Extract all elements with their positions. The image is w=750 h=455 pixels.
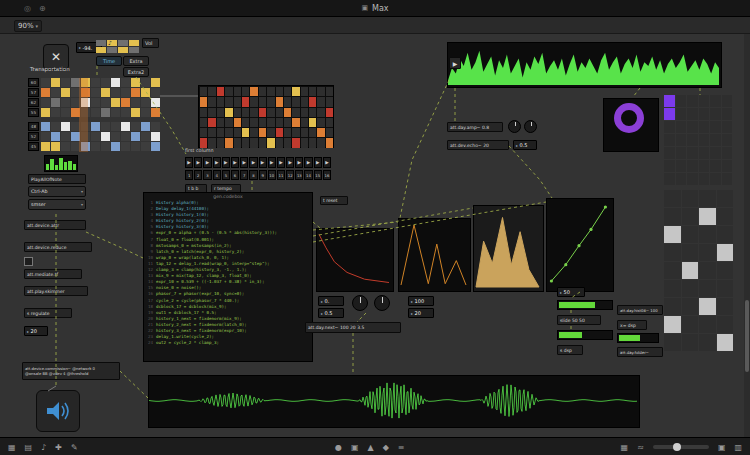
cell[interactable]: 7 — [240, 170, 248, 180]
cell[interactable] — [200, 87, 207, 96]
cell[interactable]: ▶ — [222, 157, 230, 168]
cell[interactable] — [276, 128, 283, 137]
cell[interactable] — [101, 142, 110, 151]
cell[interactable] — [699, 226, 716, 243]
cell[interactable] — [710, 134, 721, 146]
cell[interactable] — [141, 142, 150, 151]
cell[interactable] — [722, 173, 733, 185]
bar[interactable] — [59, 158, 62, 170]
dial-c[interactable] — [352, 295, 368, 311]
cell[interactable] — [101, 108, 110, 117]
cell[interactable] — [225, 128, 232, 137]
cell[interactable] — [121, 78, 130, 87]
cell[interactable] — [101, 78, 110, 87]
cell[interactable] — [722, 108, 733, 120]
cell[interactable] — [121, 122, 130, 131]
cell[interactable] — [301, 118, 308, 127]
cell[interactable] — [151, 98, 160, 107]
cell[interactable] — [250, 97, 257, 106]
gutter-number[interactable]: 62 — [28, 98, 39, 107]
cell[interactable] — [699, 121, 710, 133]
wave-play-button[interactable]: ▶ — [449, 57, 461, 69]
cell[interactable] — [284, 128, 291, 137]
cell[interactable] — [292, 87, 299, 96]
cell[interactable] — [717, 226, 734, 243]
option-row[interactable]: 12345678910111213141516 — [185, 170, 331, 180]
cell[interactable] — [664, 173, 675, 185]
cell[interactable] — [217, 118, 224, 127]
cell[interactable] — [131, 108, 140, 117]
cell[interactable] — [131, 142, 140, 151]
xdsp-object[interactable]: x= dsp — [617, 320, 647, 330]
cell[interactable] — [676, 121, 687, 133]
cell[interactable] — [51, 98, 60, 107]
cell[interactable]: 13 — [295, 170, 303, 180]
audio-icon[interactable]: ♪ — [41, 443, 46, 452]
cell[interactable] — [717, 280, 734, 297]
cell[interactable] — [51, 132, 60, 141]
cell[interactable] — [208, 87, 215, 96]
cell[interactable] — [309, 118, 316, 127]
cell[interactable] — [111, 98, 120, 107]
cell[interactable] — [664, 334, 681, 351]
add-icon[interactable]: ⊕ — [39, 4, 46, 13]
numbox-50[interactable]: ▸50 — [557, 287, 585, 297]
cell[interactable] — [710, 147, 721, 159]
cell[interactable] — [664, 298, 681, 315]
cell[interactable] — [234, 138, 241, 147]
cell[interactable] — [61, 122, 70, 131]
cell[interactable] — [41, 78, 50, 87]
cell[interactable] — [118, 40, 128, 46]
cell[interactable] — [722, 121, 733, 133]
cell[interactable] — [225, 118, 232, 127]
cell[interactable] — [91, 142, 100, 151]
cell[interactable] — [676, 95, 687, 107]
cell[interactable] — [699, 173, 710, 185]
folder-object[interactable]: att.day.folder~ — [617, 347, 663, 357]
cell[interactable] — [61, 98, 70, 107]
cell[interactable] — [259, 108, 266, 117]
playall-object[interactable]: PlayAllOfNote — [28, 174, 86, 184]
cell[interactable] — [217, 138, 224, 147]
echo-object[interactable]: att.dev.echo~ 20 — [447, 140, 509, 150]
cell[interactable] — [676, 108, 687, 120]
cell[interactable] — [217, 108, 224, 117]
cell[interactable] — [101, 132, 110, 141]
add-object-icon[interactable]: ✚ — [55, 443, 62, 452]
cell[interactable] — [326, 87, 333, 96]
patch-cord[interactable] — [120, 371, 148, 398]
cell[interactable] — [309, 128, 316, 137]
cell[interactable] — [687, 121, 698, 133]
cell[interactable] — [101, 88, 110, 97]
cell[interactable] — [91, 78, 100, 87]
cell[interactable] — [292, 118, 299, 127]
volume-slider[interactable] — [653, 445, 709, 449]
cell[interactable]: ▶ — [231, 157, 239, 168]
cell[interactable]: 2 — [194, 170, 202, 180]
step-sequencer[interactable] — [198, 85, 334, 148]
dial-b[interactable] — [524, 120, 537, 133]
cell[interactable] — [699, 134, 710, 146]
cell[interactable] — [242, 87, 249, 96]
cell[interactable] — [717, 334, 734, 351]
bar[interactable] — [73, 164, 76, 170]
matrix-top[interactable] — [664, 95, 732, 185]
cell[interactable] — [91, 132, 100, 141]
cell[interactable] — [259, 138, 266, 147]
cell[interactable] — [664, 244, 681, 261]
cell[interactable] — [722, 134, 733, 146]
cell[interactable] — [664, 280, 681, 297]
cell[interactable] — [717, 298, 734, 315]
cell[interactable] — [664, 134, 675, 146]
cell[interactable] — [151, 78, 160, 87]
cell[interactable]: 8 — [249, 170, 257, 180]
cell[interactable] — [51, 122, 60, 131]
cell[interactable]: ▶ — [213, 157, 221, 168]
cell[interactable] — [664, 95, 675, 107]
cell[interactable] — [250, 128, 257, 137]
cell[interactable] — [242, 108, 249, 117]
mediate-object[interactable]: att.mediate.tf — [24, 269, 82, 279]
numbox-2[interactable]: ▸0.5 — [318, 308, 344, 318]
cell[interactable]: ▶ — [304, 157, 312, 168]
cell[interactable] — [200, 97, 207, 106]
